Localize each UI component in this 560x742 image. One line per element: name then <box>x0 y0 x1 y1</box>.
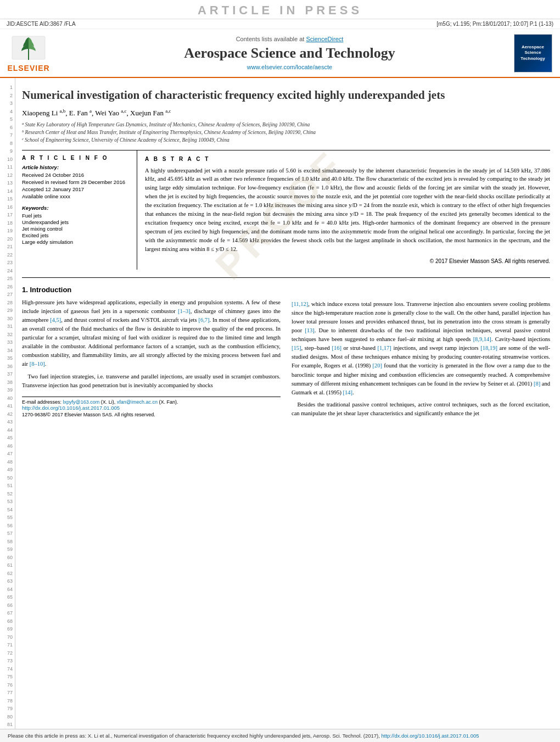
line-number-11: 11 <box>7 163 13 171</box>
line-number-59: 59 <box>7 545 13 554</box>
line-number-27: 27 <box>7 291 13 299</box>
line-number-42: 42 <box>7 410 13 419</box>
line-number-6: 6 <box>10 124 13 132</box>
line-number-51: 51 <box>7 482 13 490</box>
keyword-1: Fuel jets <box>22 213 131 219</box>
journal-url[interactable]: www.elsevier.com/locate/aescte <box>247 64 332 70</box>
line-number-75: 75 <box>7 673 13 681</box>
citation-doi[interactable]: http://dx.doi.org/10.1016/j.ast.2017.01.… <box>381 733 479 739</box>
line-number-15: 15 <box>7 195 13 203</box>
history-label: Article history: <box>22 164 131 170</box>
line-number-18: 18 <box>7 219 13 227</box>
email1-link[interactable]: lxpyfy@163.com <box>63 399 100 405</box>
line-number-29: 29 <box>7 306 13 315</box>
line-number-16: 16 <box>7 203 13 211</box>
line-number-37: 37 <box>7 370 13 378</box>
body-p4: Besides the traditional passive control … <box>292 400 550 418</box>
line-number-57: 57 <box>7 529 13 538</box>
email1-name: (X. Li), <box>101 399 116 405</box>
line-numbers: 1234567891011121314151617181920212223242… <box>0 78 15 742</box>
line-number-17: 17 <box>7 211 13 219</box>
logo-line2: Science <box>524 50 541 55</box>
line-number-80: 80 <box>7 713 13 721</box>
body-col2: [11,12], which induce excess total press… <box>292 300 550 418</box>
line-number-24: 24 <box>7 267 13 275</box>
line-number-73: 73 <box>7 657 13 665</box>
abstract-title: A B S T R A C T <box>145 155 550 163</box>
line-number-38: 38 <box>7 378 13 387</box>
line-number-43: 43 <box>7 418 13 426</box>
line-number-71: 71 <box>7 641 13 649</box>
line-number-79: 79 <box>7 705 13 713</box>
elsevier-logo-area: 🌿 ELSEVIER <box>7 34 67 72</box>
line-number-81: 81 <box>7 721 13 729</box>
line-number-23: 23 <box>7 259 13 267</box>
line-number-41: 41 <box>7 402 13 410</box>
keywords-label: Keywords: <box>22 205 131 211</box>
keyword-3: Jet mixing control <box>22 226 131 232</box>
received-date: Received 24 October 2016 <box>22 172 131 178</box>
line-number-10: 10 <box>7 155 13 164</box>
affiliation-b: Research Center of Heat and Mass Transfe… <box>25 129 316 136</box>
abstract-section: A B S T R A C T A highly underexpanded j… <box>137 150 550 270</box>
line-number-30: 30 <box>7 315 13 323</box>
line-number-9: 9 <box>10 147 13 155</box>
sciencedirect-text[interactable]: ScienceDirect <box>306 36 343 42</box>
line-number-8: 8 <box>10 140 13 148</box>
keywords-list: Fuel jets Underexpanded jets Jet mixing … <box>22 213 131 245</box>
line-number-63: 63 <box>7 577 13 585</box>
line-number-69: 69 <box>7 625 13 633</box>
line-number-76: 76 <box>7 681 13 689</box>
abstract-text: A highly underexpanded jet with a nozzle… <box>145 166 550 254</box>
keyword-2: Underexpanded jets <box>22 219 131 225</box>
line-number-50: 50 <box>7 474 13 482</box>
line-number-25: 25 <box>7 275 13 283</box>
keyword-5: Large eddy simulation <box>22 239 131 245</box>
article-info: A R T I C L E I N F O Article history: R… <box>22 150 137 270</box>
line-number-62: 62 <box>7 570 13 578</box>
elsevier-logo: 🌿 ELSEVIER <box>7 34 51 72</box>
affiliation-a: State Key Laboratory of High Temperature… <box>25 121 310 129</box>
paper-title: Numerical investigation of characteristi… <box>22 88 550 103</box>
line-number-35: 35 <box>7 354 13 362</box>
line-number-67: 67 <box>7 609 13 617</box>
body-content: 1. Introduction High-pressure jets have … <box>22 277 550 421</box>
journal-title: Aerospace Science and Technology <box>184 44 395 62</box>
paper-content: PROOF Numerical investigation of charact… <box>15 78 560 742</box>
line-number-31: 31 <box>7 322 13 331</box>
line-number-46: 46 <box>7 442 13 450</box>
line-number-49: 49 <box>7 466 13 474</box>
article-in-press-text: ARTICLE IN PRESS <box>198 3 362 17</box>
doi-line[interactable]: http://dx.doi.org/10.1016/j.ast.2017.01.… <box>22 405 281 411</box>
line-number-5: 5 <box>10 115 13 124</box>
line-number-1: 1 <box>10 83 13 92</box>
line-number-20: 20 <box>7 235 13 243</box>
line-number-33: 33 <box>7 338 13 347</box>
article-info-abstract: A R T I C L E I N F O Article history: R… <box>22 150 550 270</box>
version-info: [m5G; v1.195; Pm:18/01/2017; 10:07] P.1 … <box>436 21 553 27</box>
article-info-title: A R T I C L E I N F O <box>22 155 131 161</box>
revised-date: Received in revised form 29 December 201… <box>22 179 131 185</box>
authors-line: Xiaopeng Li a,b, E. Fan a, Wei Yao a,c, … <box>22 108 550 118</box>
elsevier-symbol-icon: 🌿 <box>7 34 51 64</box>
logo-line3: Technology <box>520 56 545 62</box>
email2-link[interactable]: xfan@imech.ac.cn <box>117 399 158 405</box>
line-number-48: 48 <box>7 458 13 466</box>
line-number-64: 64 <box>7 585 13 594</box>
line-number-72: 72 <box>7 649 13 657</box>
line-number-26: 26 <box>7 283 13 291</box>
available-online: Available online xxxx <box>22 193 131 199</box>
citation-text: Please cite this article in press as: X.… <box>8 733 380 739</box>
journal-logo-box: Aerospace Science Technology <box>514 34 552 72</box>
two-column-layout: 1. Introduction High-pressure jets have … <box>22 283 550 421</box>
body-p2: Two fuel injection strategies, i.e. tran… <box>22 372 281 390</box>
body-p1: High-pressure jets have widespread appli… <box>22 298 281 369</box>
line-number-22: 22 <box>7 251 13 259</box>
journal-header: 🌿 ELSEVIER Contents lists available at S… <box>0 29 560 78</box>
line-number-4: 4 <box>10 108 13 116</box>
line-number-36: 36 <box>7 362 13 371</box>
line-number-21: 21 <box>7 243 13 251</box>
right-column: [11,12], which induce excess total press… <box>292 283 550 421</box>
line-number-53: 53 <box>7 498 13 506</box>
journal-id: JID:AESCTE AID:3867 /FLA <box>7 21 76 27</box>
